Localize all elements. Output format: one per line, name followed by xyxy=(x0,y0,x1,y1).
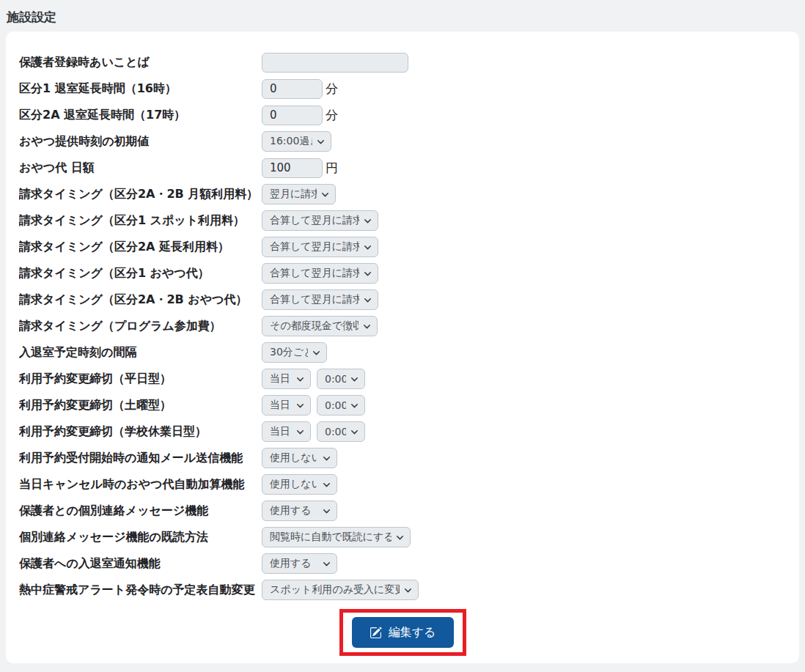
field-label: 保護者登録時あいことば xyxy=(19,55,262,70)
select-value: 使用する xyxy=(270,504,312,517)
field-label: おやつ代 日額 xyxy=(19,160,262,176)
form-row-heatstroke-alert: 熱中症警戒アラート発令時の予定表自動変更 スポット利用のみ受入に変更 xyxy=(19,577,786,603)
button-area: 編集する xyxy=(19,609,786,656)
reservation-deadline-weekday-time-select[interactable]: 0:00 xyxy=(317,369,365,389)
chevron-down-icon xyxy=(363,322,371,331)
guardian-passphrase-input[interactable] xyxy=(262,53,408,73)
chevron-down-icon xyxy=(350,375,359,383)
field-label: 利用予約変更締切（土曜型） xyxy=(19,398,262,413)
field-label: 熱中症警戒アラート発令時の予定表自動変更 xyxy=(19,583,262,598)
chevron-down-icon xyxy=(296,375,304,383)
chevron-down-icon xyxy=(312,349,320,357)
reservation-deadline-holiday-time-select[interactable]: 0:00 xyxy=(317,421,365,442)
field-label: 利用予約変更締切（平日型） xyxy=(19,372,262,387)
select-value: 翌月に請求 xyxy=(270,188,317,201)
annotation-highlight-box: 編集する xyxy=(339,609,466,656)
reservation-deadline-holiday-day-select[interactable]: 当日 xyxy=(262,421,311,442)
chevron-down-icon xyxy=(364,270,372,278)
select-value: 合算して翌月に請求 xyxy=(270,214,359,227)
billing-timing-kubun2a2b-snack-select[interactable]: 合算して翌月に請求 xyxy=(262,289,378,310)
billing-timing-program-fee-select[interactable]: その都度現金で徴収 xyxy=(262,316,378,336)
select-value: 当日 xyxy=(270,372,290,385)
chevron-down-icon xyxy=(364,217,372,225)
form-row-deadline-saturday: 利用予約変更締切（土曜型） 当日 0:00 xyxy=(19,392,786,418)
chevron-down-icon xyxy=(296,402,304,410)
field-label: 保護者との個別連絡メッセージ機能 xyxy=(19,503,262,519)
form-row-kubun1-extension: 区分1 退室延長時間（16時） 分 xyxy=(19,75,786,102)
billing-timing-monthly-select[interactable]: 翌月に請求 xyxy=(262,184,336,204)
select-value: 使用しない xyxy=(270,478,318,491)
reservation-notification-mail-select[interactable]: 使用しない xyxy=(262,448,337,468)
chevron-down-icon xyxy=(323,507,331,515)
select-value: スポット利用のみ受入に変更 xyxy=(270,583,400,597)
entry-exit-notification-select[interactable]: 使用する xyxy=(262,553,337,574)
billing-timing-spot-select[interactable]: 合算して翌月に請求 xyxy=(262,210,378,231)
field-label: 請求タイミング（区分2A・2B 月額利用料） xyxy=(19,187,262,202)
form-row-notification-mail: 利用予約受付開始時の通知メール送信機能 使用しない xyxy=(19,445,786,471)
chevron-down-icon xyxy=(323,454,331,462)
billing-timing-extension-select[interactable]: 合算して翌月に請求 xyxy=(262,237,378,257)
select-value: 合算して翌月に請求 xyxy=(270,293,359,306)
form-row-snack-fee: おやつ代 日額 円 xyxy=(19,155,786,181)
chevron-down-icon xyxy=(321,191,329,199)
form-row-deadline-weekday: 利用予約変更締切（平日型） 当日 0:00 xyxy=(19,366,786,392)
chevron-down-icon xyxy=(364,296,372,304)
heatstroke-alert-schedule-select[interactable]: スポット利用のみ受入に変更 xyxy=(262,580,419,600)
select-value: 使用する xyxy=(270,557,312,570)
settings-card: 保護者登録時あいことば 区分1 退室延長時間（16時） 分 区分2A 退室延長時… xyxy=(6,32,799,663)
field-label: 請求タイミング（区分2A 延長利用料） xyxy=(19,240,262,255)
field-label: 請求タイミング（区分2A・2B おやつ代） xyxy=(19,292,262,308)
field-label: 利用予約変更締切（学校休業日型） xyxy=(19,424,262,440)
select-value: 0:00 xyxy=(325,373,346,385)
chevron-down-icon xyxy=(317,138,325,146)
kubun2a-extension-minutes-input[interactable] xyxy=(262,106,323,125)
select-value: 30分ごと xyxy=(270,346,308,359)
field-label: 利用予約受付開始時の通知メール送信機能 xyxy=(19,451,262,466)
unit-suffix: 分 xyxy=(326,81,338,97)
select-value: 合算して翌月に請求 xyxy=(270,267,359,280)
select-value: その都度現金で徴収 xyxy=(270,320,359,333)
form-row-billing-program-fee: 請求タイミング（プログラム参加費） その都度現金で徴収 xyxy=(19,313,786,339)
snack-fee-daily-input[interactable] xyxy=(262,158,323,178)
form-row-deadline-school-holiday: 利用予約変更締切（学校休業日型） 当日 0:00 xyxy=(19,418,786,445)
message-read-method-select[interactable]: 閲覧時に自動で既読にする xyxy=(262,527,411,547)
form-row-same-day-cancel: 当日キャンセル時のおやつ代自動加算機能 使用しない xyxy=(19,471,786,498)
pencil-square-icon xyxy=(370,627,382,639)
field-label: 請求タイミング（プログラム参加費） xyxy=(19,319,262,334)
edit-button[interactable]: 編集する xyxy=(352,617,454,648)
form-row-billing-kubun1-snack: 請求タイミング（区分1 おやつ代） 合算して翌月に請求 xyxy=(19,260,786,287)
unit-suffix: 円 xyxy=(326,160,338,177)
chevron-down-icon xyxy=(364,243,372,251)
chevron-down-icon xyxy=(404,586,412,594)
form-row-message-read-method: 個別連絡メッセージ機能の既読方法 閲覧時に自動で既読にする xyxy=(19,524,786,550)
field-label: 保護者への入退室通知機能 xyxy=(19,556,262,572)
chevron-down-icon xyxy=(396,533,404,542)
field-label: 請求タイミング（区分1 おやつ代） xyxy=(19,266,262,281)
chevron-down-icon xyxy=(323,481,331,489)
reservation-deadline-saturday-time-select[interactable]: 0:00 xyxy=(317,395,365,416)
form-row-billing-extension: 請求タイミング（区分2A 延長利用料） 合算して翌月に請求 xyxy=(19,234,786,260)
field-label: 当日キャンセル時のおやつ代自動加算機能 xyxy=(19,477,262,492)
chevron-down-icon xyxy=(350,402,359,410)
select-value: 16:00過ぎ xyxy=(270,135,312,148)
individual-message-feature-select[interactable]: 使用する xyxy=(262,501,337,521)
form-row-guardian-passphrase: 保護者登録時あいことば xyxy=(19,49,786,75)
select-value: 0:00 xyxy=(325,399,346,411)
billing-timing-kubun1-snack-select[interactable]: 合算して翌月に請求 xyxy=(262,263,378,284)
kubun1-extension-minutes-input[interactable] xyxy=(262,79,323,99)
snack-time-default-select[interactable]: 16:00過ぎ xyxy=(262,131,331,152)
reservation-deadline-saturday-day-select[interactable]: 当日 xyxy=(262,395,311,416)
reservation-deadline-weekday-day-select[interactable]: 当日 xyxy=(262,369,311,389)
field-label: おやつ提供時刻の初期値 xyxy=(19,134,262,149)
field-label: 区分2A 退室延長時間（17時） xyxy=(19,108,262,123)
form-row-schedule-interval: 入退室予定時刻の間隔 30分ごと xyxy=(19,339,786,366)
chevron-down-icon xyxy=(350,428,359,436)
chevron-down-icon xyxy=(296,428,304,436)
page-title: 施設設定 xyxy=(0,0,805,32)
chevron-down-icon xyxy=(323,560,331,568)
form-row-billing-spot: 請求タイミング（区分1 スポット利用料） 合算して翌月に請求 xyxy=(19,207,786,234)
schedule-interval-select[interactable]: 30分ごと xyxy=(262,342,327,363)
same-day-cancel-snack-fee-select[interactable]: 使用しない xyxy=(262,474,337,495)
form-row-kubun2a-extension: 区分2A 退室延長時間（17時） 分 xyxy=(19,102,786,128)
select-value: 合算して翌月に請求 xyxy=(270,240,359,254)
